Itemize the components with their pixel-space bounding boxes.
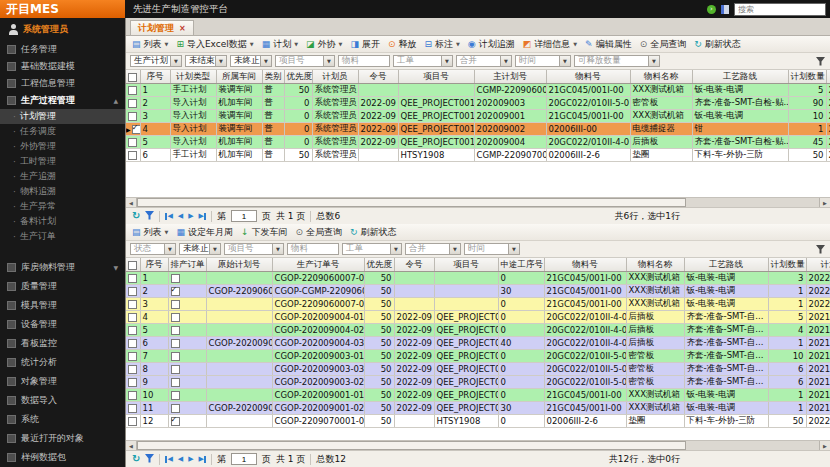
search-input[interactable] bbox=[734, 3, 826, 16]
table-row[interactable]: 8CGOP-202009003-03502022-09QEE_PROJECT00… bbox=[126, 363, 830, 376]
sidebar-item-mold-management[interactable]: 模具管理 bbox=[0, 296, 125, 315]
page-number-input[interactable] bbox=[231, 210, 257, 222]
column-header[interactable]: 令号 bbox=[394, 258, 434, 272]
column-header[interactable]: 中途工序号 bbox=[498, 258, 544, 272]
scroll-left-icon[interactable]: ◀ bbox=[126, 198, 137, 207]
project-no-select[interactable]: 项目号▼ bbox=[224, 243, 284, 255]
row-select-cell[interactable] bbox=[126, 84, 140, 97]
checkbox-icon[interactable] bbox=[171, 339, 180, 348]
material-filter[interactable]: 物料 bbox=[338, 55, 390, 67]
sidebar-item-production-exception[interactable]: ·生产异常 bbox=[0, 199, 125, 214]
column-header[interactable]: 类别 bbox=[262, 70, 284, 84]
first-page-icon[interactable]: ◀ bbox=[165, 212, 172, 220]
chevron-down-icon[interactable]: ▼ bbox=[164, 244, 175, 254]
prev-page-icon[interactable]: ◀ bbox=[178, 455, 183, 463]
sidebar-item-production-trace[interactable]: ·生产追溯 bbox=[0, 169, 125, 184]
chevron-down-icon[interactable]: ▼ bbox=[215, 56, 226, 66]
refresh-status-button[interactable]: ↻刷新状态 bbox=[694, 38, 741, 51]
merge-select[interactable]: 合并▼ bbox=[405, 243, 461, 255]
chevron-down-icon[interactable]: ▼ bbox=[209, 244, 220, 254]
global-search-button[interactable]: ⊙全局查询 bbox=[640, 38, 687, 51]
column-header[interactable]: 物料号 bbox=[546, 70, 630, 84]
checkbox-icon[interactable] bbox=[128, 339, 137, 348]
checkbox-icon[interactable] bbox=[171, 417, 180, 426]
column-header[interactable]: 生产订单号 bbox=[272, 258, 364, 272]
row-select-cell[interactable] bbox=[126, 136, 140, 149]
sidebar-item-system[interactable]: 系统 bbox=[0, 410, 125, 429]
checkbox-icon[interactable] bbox=[128, 73, 137, 82]
checkbox-icon[interactable] bbox=[128, 112, 137, 121]
releasable-qty-select[interactable]: 可释放数量▼ bbox=[574, 55, 660, 67]
column-header[interactable]: 计划数量 bbox=[788, 70, 826, 84]
table-row[interactable]: 11CGOP-202009001-01CGOP-202009001-025020… bbox=[126, 402, 830, 415]
checkbox-icon[interactable] bbox=[128, 287, 137, 296]
column-header[interactable]: 优先度 bbox=[364, 258, 394, 272]
row-select-cell[interactable] bbox=[126, 402, 140, 415]
checkbox-icon[interactable] bbox=[171, 326, 180, 335]
checkbox-icon[interactable] bbox=[128, 352, 137, 361]
scroll-right-icon[interactable]: ▶ bbox=[819, 198, 830, 207]
work-order-filter[interactable]: 工单▼ bbox=[393, 55, 453, 67]
detail-info-button[interactable]: ◩详细信息▼ bbox=[523, 38, 577, 51]
sidebar-item-statistics-analysis[interactable]: 统计分析 bbox=[0, 353, 125, 372]
select-all-checkbox[interactable] bbox=[126, 70, 140, 84]
column-header[interactable]: 排产订单 bbox=[168, 258, 206, 272]
table-row[interactable]: 6手工计划机加车间普50系统管理员HTSY1908CGMP-2209070001… bbox=[126, 149, 830, 162]
time-select[interactable]: 时间▼ bbox=[515, 55, 571, 67]
sidebar-item-kanban-monitor[interactable]: 看板监控 bbox=[0, 334, 125, 353]
row-select-cell[interactable] bbox=[126, 97, 140, 110]
checkbox-icon[interactable] bbox=[171, 378, 180, 387]
expand-button[interactable]: ◨展开 bbox=[350, 38, 380, 51]
checkbox-icon[interactable] bbox=[128, 151, 137, 160]
time-select[interactable]: 时间▼ bbox=[464, 243, 520, 255]
table-row[interactable]: 9CGOP-202009003-02502022-09QEE_PROJECT00… bbox=[126, 376, 830, 389]
checkbox-icon[interactable] bbox=[132, 125, 140, 134]
column-header[interactable]: 项目号 bbox=[434, 258, 498, 272]
import-excel-button[interactable]: ⊞导入Excel数据▼ bbox=[176, 38, 253, 51]
row-select-cell[interactable] bbox=[126, 110, 140, 123]
row-select-cell[interactable] bbox=[126, 272, 140, 285]
sidebar-item-recently-opened-objects[interactable]: 最近打开的对象 bbox=[0, 429, 125, 448]
sidebar-item-material-trace[interactable]: ·物料追溯 bbox=[0, 184, 125, 199]
column-header[interactable]: 主计划号 bbox=[474, 70, 546, 84]
sidebar-item-task-scheduling[interactable]: ·任务调度 bbox=[0, 124, 125, 139]
online-status-icon[interactable]: › bbox=[707, 5, 716, 14]
plan-button[interactable]: ▦计划▼ bbox=[262, 38, 298, 51]
sidebar-item-warehouse-material-management[interactable]: 库房物料管理▼ bbox=[0, 258, 125, 277]
chevron-down-icon[interactable]: ▼ bbox=[390, 244, 401, 254]
sidebar-item-task-management[interactable]: 任务管理 bbox=[0, 41, 125, 58]
checkbox-icon[interactable] bbox=[171, 313, 180, 322]
column-header[interactable]: 物料号 bbox=[544, 258, 626, 272]
checkbox-icon[interactable] bbox=[128, 404, 137, 413]
table-row[interactable]: 12CGOP-2209070001-0150HTSY1908002006III-… bbox=[126, 415, 830, 428]
checkbox-icon[interactable] bbox=[171, 287, 180, 296]
table-row[interactable]: 5CGOP-202009004-02502022-09QEE_PROJECT00… bbox=[126, 324, 830, 337]
checkbox-icon[interactable] bbox=[171, 404, 180, 413]
refresh-status-button[interactable]: ↻刷新状态 bbox=[350, 226, 397, 239]
column-header[interactable]: 物料名称 bbox=[626, 258, 684, 272]
not-finished-select[interactable]: 未结束▼ bbox=[185, 55, 227, 67]
table-row[interactable]: 7CGOP-202009003-01502022-09QEE_PROJECT00… bbox=[126, 350, 830, 363]
table-row[interactable]: 3导入计划装调车间普0系统管理员2022-09QEE_PROJECT001202… bbox=[126, 110, 830, 123]
checkbox-icon[interactable] bbox=[128, 99, 137, 108]
checkbox-icon[interactable] bbox=[128, 365, 137, 374]
column-header[interactable]: 工艺路线 bbox=[692, 70, 788, 84]
column-header[interactable]: 令号 bbox=[358, 70, 398, 84]
column-header[interactable]: 优先度 bbox=[284, 70, 312, 84]
column-header[interactable]: 计划类型 bbox=[170, 70, 216, 84]
first-page-icon[interactable]: ◀ bbox=[165, 455, 172, 463]
chevron-down-icon[interactable]: ▼ bbox=[500, 56, 511, 66]
table-row[interactable]: 2CGOP-2209060007-02CGOP-CGMP-2209060007-… bbox=[126, 285, 830, 298]
page-number-input[interactable] bbox=[231, 453, 257, 465]
chevron-down-icon[interactable]: ▼ bbox=[170, 56, 181, 66]
chevron-down-icon[interactable]: ▼ bbox=[441, 56, 452, 66]
dropdown-arrow-icon[interactable]: ▼ bbox=[165, 229, 169, 235]
checkbox-icon[interactable] bbox=[128, 391, 137, 400]
annotate-button[interactable]: ⊟标注▼ bbox=[424, 38, 459, 51]
column-header[interactable]: 计划开始时间 bbox=[806, 258, 830, 272]
table-row[interactable]: 1CGOP-2209060007-0150021GC045/001I-00XXX… bbox=[126, 272, 830, 285]
release-button[interactable]: ⊙释放 bbox=[388, 38, 417, 51]
tab-close-icon[interactable]: × bbox=[179, 24, 186, 33]
chevron-down-icon[interactable]: ▼ bbox=[272, 244, 283, 254]
row-select-cell[interactable] bbox=[126, 149, 140, 162]
